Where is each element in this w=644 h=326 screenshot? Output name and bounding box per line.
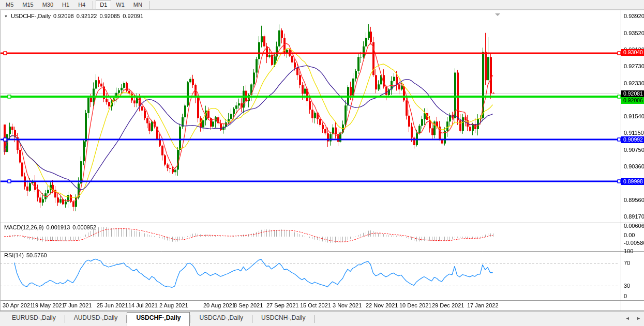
- price-level-badge: 0.89998: [621, 178, 644, 185]
- timeframe-button-h4[interactable]: H4: [74, 0, 89, 9]
- toolbar-separator: [93, 1, 93, 9]
- macd-indicator-label: MACD(12,26,9)0.0019130.000952: [4, 224, 96, 230]
- price-axis-tick-label: 0.006068: [624, 223, 644, 229]
- price-axis-tick-label: 0.90750: [624, 147, 644, 153]
- timeframe-button-d1[interactable]: D1: [96, 0, 111, 9]
- chart-title: ▼USDCHF-,Daily0.920980.921220.920850.920…: [4, 13, 143, 19]
- price-axis-tick-label: 0.93520: [624, 30, 644, 36]
- tab-scroll-right-icon[interactable]: ►: [636, 316, 641, 321]
- chevron-down-icon[interactable]: ▼: [4, 14, 8, 18]
- price-axis-tick-label: 0.91540: [624, 113, 644, 119]
- price-axis-tick-label: 0.92730: [624, 63, 644, 69]
- price-axis-tick-label: 0.00: [624, 232, 635, 238]
- rsi-name: RSI(14): [4, 252, 24, 258]
- tab-separator: [314, 315, 314, 323]
- chart-region: ▼USDCHF-,Daily0.920980.921220.920850.920…: [0, 10, 644, 311]
- price-axis-tick-label: 0.89560: [624, 197, 644, 203]
- price-axis-tick-label: 100: [624, 248, 633, 254]
- price-level-badge: 0.93040: [621, 49, 644, 56]
- ohlc-open: 0.92098: [53, 13, 74, 19]
- date-axis-label: 30 Apr 2021: [3, 302, 33, 308]
- date-axis-label: 22 Nov 2021: [366, 302, 398, 308]
- date-axis-label: 19 May 2021: [32, 302, 65, 308]
- timeframe-button-m15[interactable]: M15: [18, 0, 37, 9]
- price-axis-tick-label: 70: [624, 260, 630, 266]
- price-axis-tick-label: -0.005869: [624, 240, 644, 246]
- chart-tab-eurusd[interactable]: EURUSD-,Daily: [3, 312, 65, 326]
- date-axis-label: 10 Dec 2021: [399, 302, 431, 308]
- price-level-badge: 0.90992: [621, 136, 644, 143]
- price-level-badge: 0.92081: [621, 90, 644, 97]
- rsi-value: 50.5760: [26, 252, 47, 258]
- date-axis-label: 15 Oct 2021: [300, 302, 331, 308]
- date-axis-label: 17 Jan 2022: [467, 302, 499, 308]
- timeframe-button-m30[interactable]: M30: [38, 0, 57, 9]
- chart-tab-bar: EURUSD-,DailyAUDUSD-,DailyUSDCHF-,DailyU…: [0, 312, 644, 326]
- ohlc-high: 0.92122: [77, 13, 97, 19]
- price-axis-tick-label: 0.91150: [624, 130, 644, 136]
- chart-tab-audusd[interactable]: AUDUSD-,Daily: [65, 312, 127, 326]
- price-axis-tick-label: 0.89170: [624, 213, 644, 220]
- price-axis-tick-label: 0.90360: [624, 163, 644, 169]
- date-axis-label: 14 Jul 2021: [128, 302, 158, 308]
- price-axis-tick-label: 30: [624, 283, 630, 289]
- price-axis-tick-label: 0: [624, 293, 627, 299]
- symbol-label: USDCHF-,Daily: [11, 13, 51, 19]
- macd-name: MACD(12,26,9): [4, 224, 43, 230]
- price-level-badge: 0.92006: [621, 97, 644, 104]
- tab-scroll-controls: ◄ ►: [620, 316, 641, 321]
- price-axis-tick-label: 0.93920: [624, 13, 644, 19]
- chart-tab-usdcad[interactable]: USDCAD-,Daily: [190, 312, 252, 326]
- tab-scroll-left-icon[interactable]: ◄: [625, 316, 630, 321]
- macd-main-value: 0.001913: [46, 224, 70, 230]
- timeframe-toolbar: M5M15M30H1H4D1W1MN: [0, 0, 644, 10]
- date-axis-label: 2 Aug 2021: [159, 302, 188, 308]
- price-chart-canvas[interactable]: [0, 10, 644, 311]
- timeframe-button-mn[interactable]: MN: [129, 0, 146, 9]
- date-axis-label: 27 Sep 2021: [266, 302, 298, 308]
- chart-tab-usdcnh[interactable]: USDCNH-,Daily: [252, 312, 314, 326]
- chart-tab-usdchf[interactable]: USDCHF-,Daily: [127, 312, 190, 326]
- macd-signal-value: 0.000952: [72, 224, 96, 230]
- rsi-indicator-label: RSI(14)50.5760: [4, 252, 47, 258]
- ohlc-low: 0.92085: [99, 13, 120, 19]
- timeframe-button-w1[interactable]: W1: [112, 0, 129, 9]
- date-axis-label: 3 Nov 2021: [333, 302, 362, 308]
- date-axis-label: 8 Sep 2021: [234, 302, 263, 308]
- date-axis-label: 25 Jun 2021: [97, 302, 128, 308]
- ohlc-close: 0.92091: [123, 13, 143, 19]
- date-axis-label: 7 Jun 2021: [64, 302, 92, 308]
- timeframe-button-m5[interactable]: M5: [2, 0, 18, 9]
- date-axis-label: 29 Dec 2021: [432, 302, 464, 308]
- timeframe-button-h1[interactable]: H1: [58, 0, 73, 9]
- date-axis-label: 20 Aug 2021: [203, 302, 235, 308]
- price-axis-tick-label: 0.92330: [624, 80, 644, 86]
- toolbar-separator: [149, 1, 150, 9]
